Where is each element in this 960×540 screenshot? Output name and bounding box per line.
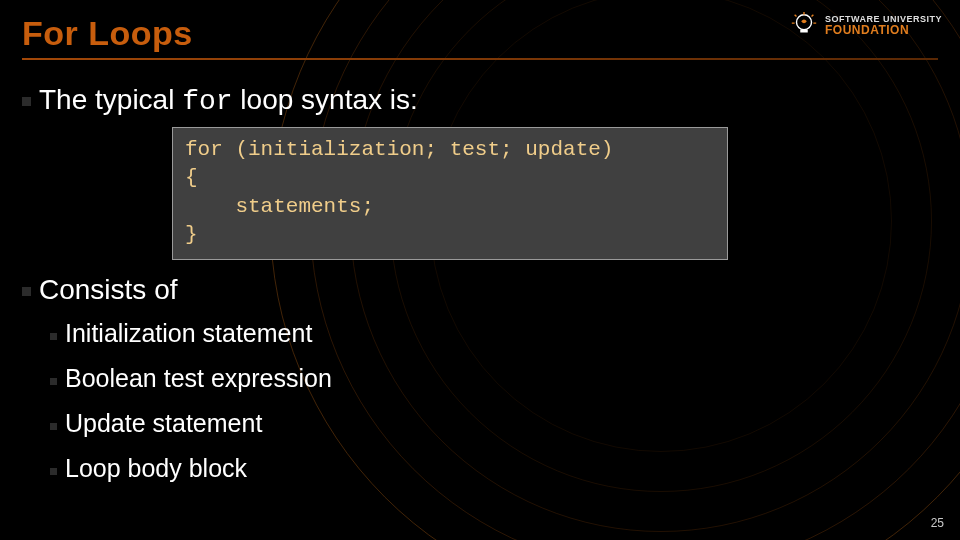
intro-text-post: loop syntax is: [233, 84, 418, 115]
lightbulb-icon [789, 10, 819, 40]
slide-content: The typical for loop syntax is: for (ini… [22, 78, 938, 493]
square-bullet-icon [50, 468, 57, 475]
intro-text-pre: The typical [39, 84, 182, 115]
consists-text: Consists of [39, 274, 178, 305]
sub-bullet: Update statement [50, 404, 938, 443]
sub-bullet-text: Loop body block [65, 454, 247, 482]
sub-bullet-text: Initialization statement [65, 319, 312, 347]
sub-bullet-text: Boolean test expression [65, 364, 332, 392]
slide-title: For Loops [22, 14, 193, 53]
intro-code-word: for [182, 86, 232, 117]
square-bullet-icon [50, 423, 57, 430]
sub-bullet: Initialization statement [50, 314, 938, 353]
page-number: 25 [931, 516, 944, 530]
bullet-consists: Consists of [22, 274, 938, 306]
logo: SOFTWARE UNIVERSITY FOUNDATION [789, 10, 942, 40]
bullet-intro: The typical for loop syntax is: [22, 84, 938, 117]
square-bullet-icon [50, 333, 57, 340]
title-underline [22, 58, 938, 60]
sub-bullet: Boolean test expression [50, 359, 938, 398]
square-bullet-icon [22, 97, 31, 106]
square-bullet-icon [50, 378, 57, 385]
square-bullet-icon [22, 287, 31, 296]
code-block: for (initialization; test; update) { sta… [172, 127, 728, 260]
sub-bullet: Loop body block [50, 449, 938, 488]
logo-text-line2: FOUNDATION [825, 24, 942, 36]
sub-bullet-text: Update statement [65, 409, 262, 437]
